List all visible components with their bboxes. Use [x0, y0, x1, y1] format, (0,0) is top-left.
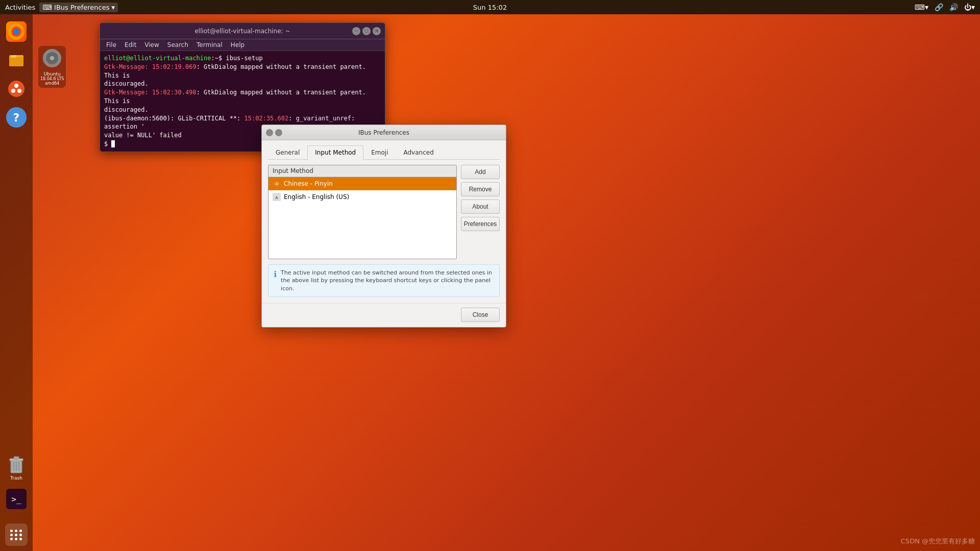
- terminal-maximize-button[interactable]: □: [362, 27, 371, 35]
- remove-button[interactable]: Remove: [461, 182, 500, 196]
- network-tray-icon[interactable]: 🔗: [935, 3, 943, 11]
- terminal-menu-help[interactable]: Help: [227, 39, 249, 51]
- dock-item-trash[interactable]: Trash: [4, 452, 29, 483]
- dialog-close-button[interactable]: [275, 129, 282, 136]
- dialog-titlebar: IBus Preferences: [262, 125, 506, 140]
- preferences-button[interactable]: Preferences: [461, 217, 500, 231]
- input-method-area: Input Method 中 Chinese - Pinyin: [268, 165, 500, 259]
- svg-rect-4: [9, 57, 23, 66]
- power-tray-icon[interactable]: ⏻▾: [964, 3, 975, 11]
- list-item-chinese-pinyin[interactable]: 中 Chinese - Pinyin: [268, 177, 456, 190]
- terminal-menubar: File Edit View Search Terminal Help: [100, 39, 385, 51]
- dock-item-help[interactable]: ?: [4, 105, 29, 130]
- dialog-controls: [266, 129, 282, 136]
- info-text: The active input method can be switched …: [281, 269, 494, 292]
- help-icon: ?: [6, 107, 27, 128]
- svg-point-2: [13, 29, 19, 35]
- ibus-preferences-dialog: IBus Preferences General Input Method Em…: [261, 124, 506, 328]
- terminal-close-button[interactable]: ✕: [373, 27, 381, 35]
- topbar-left: Activities ⌨ IBus Preferences ▾: [5, 3, 118, 12]
- ibus-menu-button[interactable]: ⌨ IBus Preferences ▾: [39, 3, 118, 12]
- svg-rect-5: [11, 55, 16, 58]
- svg-rect-12: [14, 457, 19, 459]
- terminal-line-1: elliot@elliot-virtual-machine:~$ ibus-se…: [104, 54, 381, 63]
- info-icon: ℹ: [274, 269, 277, 279]
- svg-text:DVD: DVD: [49, 64, 56, 67]
- terminal-menu-view[interactable]: View: [140, 39, 163, 51]
- chinese-pinyin-label: Chinese - Pinyin: [284, 180, 333, 187]
- terminal-line-4: Gtk-Message: 15:02:30.498: GtkDialog map…: [104, 88, 381, 106]
- ubuntu-lts-label: DVD Ubuntu 18.04.6 LTS amd64: [38, 46, 66, 88]
- watermark: CSDN @兜兜里有好多糖: [901, 537, 975, 546]
- dialog-minimize-button[interactable]: [266, 129, 273, 136]
- english-us-label: English - English (US): [284, 193, 349, 201]
- firefox-icon: [6, 21, 27, 42]
- svg-point-7: [14, 84, 18, 88]
- show-apps-icon: [10, 530, 22, 540]
- about-button[interactable]: About: [461, 199, 500, 214]
- dock-item-files[interactable]: [4, 48, 29, 72]
- chinese-pinyin-icon: 中: [273, 180, 281, 188]
- dialog-title: IBus Preferences: [358, 129, 409, 136]
- svg-point-22: [50, 56, 54, 60]
- svg-point-6: [8, 81, 24, 97]
- tab-general[interactable]: General: [268, 145, 307, 159]
- terminal-line-3: discouraged.: [104, 80, 381, 88]
- terminal-icon: >_: [6, 489, 27, 509]
- english-us-icon: A: [273, 193, 281, 201]
- list-item-english-us[interactable]: A English - English (US): [268, 190, 456, 204]
- ibus-menu-label: IBus Preferences: [54, 4, 109, 11]
- terminal-window-controls: − □ ✕: [352, 27, 381, 35]
- close-button[interactable]: Close: [461, 308, 500, 322]
- terminal-cursor: [111, 140, 115, 147]
- dialog-content: General Input Method Emoji Advanced Inpu…: [262, 140, 506, 303]
- list-header: Input Method: [268, 165, 456, 177]
- trash-label: Trash: [10, 475, 22, 481]
- svg-text:中: 中: [275, 182, 279, 187]
- terminal-menu-edit[interactable]: Edit: [120, 39, 140, 51]
- terminal-line-2: Gtk-Message: 15:02:19.069: GtkDialog map…: [104, 63, 381, 80]
- tab-input-method[interactable]: Input Method: [307, 145, 363, 160]
- terminal-line-5: discouraged.: [104, 106, 381, 114]
- input-method-list-body: 中 Chinese - Pinyin A Engli: [268, 177, 456, 259]
- terminal-minimize-button[interactable]: −: [352, 27, 360, 35]
- svg-point-8: [11, 89, 15, 93]
- dock-item-firefox[interactable]: [4, 19, 29, 44]
- files-icon: [6, 50, 27, 70]
- terminal-title: elliot@elliot-virtual-machine: ~: [194, 28, 290, 35]
- dock-item-ubuntu-software[interactable]: [4, 77, 29, 101]
- terminal-menu-file[interactable]: File: [102, 39, 120, 51]
- svg-text:A: A: [275, 195, 278, 200]
- topbar: Activities ⌨ IBus Preferences ▾ Sun 15:0…: [0, 0, 980, 14]
- show-apps-button[interactable]: [5, 523, 28, 546]
- ubuntu-dvd-icon: DVD: [42, 48, 62, 68]
- info-section: ℹ The active input method can be switche…: [268, 264, 500, 297]
- ibus-menu-arrow: ▾: [111, 4, 115, 11]
- dock: ? Trash >_: [0, 14, 33, 551]
- ibus-icon: ⌨: [42, 4, 52, 11]
- dialog-action-buttons: Add Remove About Preferences: [461, 165, 500, 259]
- tab-emoji[interactable]: Emoji: [363, 145, 396, 159]
- terminal-menu-search[interactable]: Search: [163, 39, 192, 51]
- dock-item-terminal[interactable]: >_: [4, 487, 29, 511]
- volume-tray-icon[interactable]: 🔊: [949, 3, 958, 11]
- tab-advanced[interactable]: Advanced: [396, 145, 441, 159]
- svg-point-9: [17, 89, 21, 93]
- ubuntu-software-icon: [6, 79, 27, 99]
- add-button[interactable]: Add: [461, 165, 500, 179]
- terminal-titlebar: elliot@elliot-virtual-machine: ~ − □ ✕: [100, 23, 385, 39]
- topbar-datetime[interactable]: Sun 15:02: [473, 4, 507, 11]
- keyboard-tray-icon[interactable]: ⌨▾: [915, 3, 928, 11]
- input-method-list-container: Input Method 中 Chinese - Pinyin: [268, 165, 457, 259]
- trash-icon: [6, 454, 27, 474]
- dialog-footer: Close: [262, 303, 506, 327]
- terminal-menu-terminal[interactable]: Terminal: [192, 39, 227, 51]
- tab-bar: General Input Method Emoji Advanced: [268, 145, 500, 160]
- activities-button[interactable]: Activities: [5, 4, 35, 11]
- topbar-right: ⌨▾ 🔗 🔊 ⏻▾: [915, 3, 975, 11]
